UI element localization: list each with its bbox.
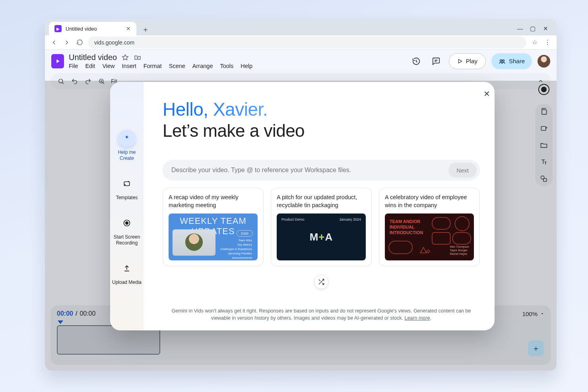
- url-field[interactable]: vids.google.com: [88, 37, 526, 49]
- menu-insert[interactable]: Insert: [122, 63, 136, 69]
- comments-icon[interactable]: [429, 54, 443, 68]
- card-thumbnail: WEEKLY TEAM UPDATES Date Team Wins Key M…: [169, 213, 258, 260]
- svg-point-0: [500, 60, 502, 62]
- record-icon: [118, 214, 136, 232]
- learn-more-link[interactable]: Learn more: [404, 315, 430, 321]
- play-button[interactable]: Play: [449, 53, 486, 69]
- side-help-me-create[interactable]: Help me Create: [110, 130, 144, 161]
- star-icon[interactable]: [122, 54, 129, 61]
- back-icon[interactable]: [50, 38, 58, 47]
- app-header: Untitled video File Edit View Insert For…: [45, 50, 557, 69]
- document-title[interactable]: Untitled video: [69, 53, 117, 62]
- side-upload-media[interactable]: Upload Media: [110, 260, 144, 285]
- share-button[interactable]: Share: [491, 53, 532, 69]
- maximize-icon[interactable]: ▢: [529, 25, 537, 32]
- suggestion-cards: A recap video of my weekly marketing mee…: [163, 188, 480, 266]
- browser-tab[interactable]: ▶ Untitled video ✕: [49, 22, 136, 35]
- suggestion-card[interactable]: A celebratory video of employee wins in …: [379, 188, 480, 266]
- tab-strip: ▶ Untitled video ✕ ＋ — ▢ ✕: [45, 19, 557, 35]
- new-tab-button[interactable]: ＋: [140, 23, 151, 35]
- window-controls: — ▢ ✕: [516, 25, 553, 35]
- suggestion-card[interactable]: A pitch for our updated product, recycla…: [271, 188, 372, 266]
- reload-icon[interactable]: [75, 38, 84, 47]
- modal-sidebar: Help me Create Templates Start Screen Re…: [110, 82, 144, 330]
- menu-edit[interactable]: Edit: [85, 63, 95, 69]
- menu-tools[interactable]: Tools: [220, 63, 233, 69]
- side-templates[interactable]: Templates: [110, 175, 144, 201]
- menu-scene[interactable]: Scene: [169, 63, 185, 69]
- card-thumbnail: Product Demo January 2024 M+A: [277, 213, 366, 260]
- svg-rect-15: [389, 241, 412, 254]
- card-thumbnail: TEAM AND/OR INDIVIDUAL INTRODUCTION Alex…: [385, 213, 474, 260]
- side-screen-recording[interactable]: Start Screen Recording: [110, 214, 144, 246]
- sparkle-icon: [118, 130, 136, 147]
- suggestion-card[interactable]: A recap video of my weekly marketing mee…: [163, 188, 264, 266]
- minimize-icon[interactable]: —: [516, 25, 524, 32]
- menu-view[interactable]: View: [102, 63, 114, 69]
- account-avatar[interactable]: [538, 55, 550, 68]
- prompt-bar: Next: [163, 160, 480, 180]
- create-modal: Help me Create Templates Start Screen Re…: [110, 82, 495, 330]
- templates-icon: [118, 175, 136, 192]
- bookmark-icon[interactable]: ☆: [530, 38, 539, 47]
- tab-title: Untitled video: [66, 26, 97, 32]
- legal-text: Gemini in Vids won't always get it right…: [163, 307, 480, 322]
- forward-icon[interactable]: [62, 38, 71, 47]
- next-button[interactable]: Next: [448, 163, 477, 178]
- menu-file[interactable]: File: [69, 63, 78, 69]
- browser-menu-icon[interactable]: ⋮: [543, 38, 552, 47]
- close-window-icon[interactable]: ✕: [541, 25, 549, 32]
- address-bar: vids.google.com ☆ ⋮: [45, 35, 557, 50]
- subheading: Let’s make a video: [163, 121, 480, 141]
- history-icon[interactable]: [409, 54, 423, 68]
- close-icon[interactable]: ✕: [483, 89, 490, 99]
- greeting: Hello, Xavier.: [163, 99, 480, 120]
- svg-point-1: [503, 60, 505, 62]
- move-icon[interactable]: [134, 54, 142, 61]
- modal-main: ✕ Hello, Xavier. Let’s make a video Next…: [144, 82, 495, 330]
- svg-point-12: [455, 217, 469, 231]
- svg-rect-14: [452, 233, 471, 245]
- svg-point-10: [126, 222, 128, 225]
- vids-logo-icon[interactable]: [51, 54, 64, 68]
- menu-arrange[interactable]: Arrange: [192, 63, 213, 69]
- shuffle-button[interactable]: [314, 275, 328, 289]
- menu-format[interactable]: Format: [144, 63, 162, 69]
- vids-favicon: ▶: [54, 25, 62, 32]
- prompt-input[interactable]: [171, 167, 448, 174]
- upload-icon: [118, 260, 136, 277]
- tab-close-icon[interactable]: ✕: [126, 25, 131, 32]
- menu-help[interactable]: Help: [241, 63, 252, 69]
- menu-bar: File Edit View Insert Format Scene Arran…: [69, 63, 252, 69]
